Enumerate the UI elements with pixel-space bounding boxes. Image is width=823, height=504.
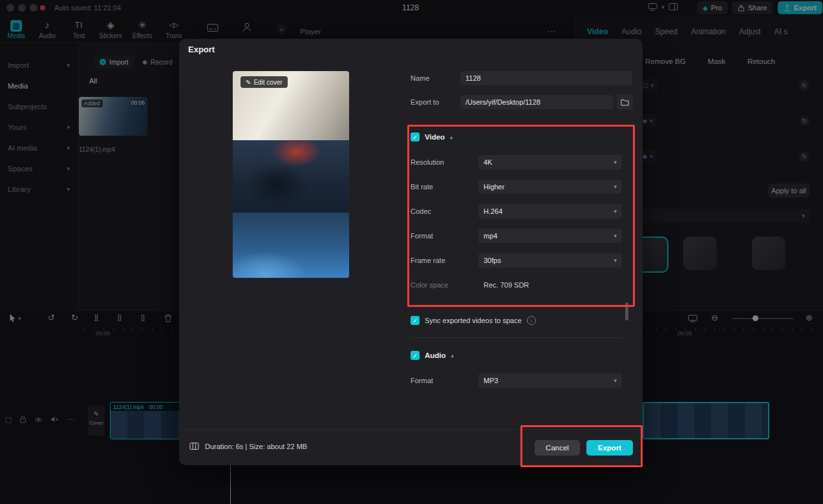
sync-checkbox[interactable]: ✓ (411, 316, 420, 325)
video-editor-app: Auto saved: 11:21:04 1128 ▾ ◆ Pro Share … (0, 0, 823, 504)
section-divider (411, 337, 622, 338)
dialog-title: Export (188, 45, 215, 54)
export-summary: Duration: 6s | Size: about 22 MB (189, 442, 307, 450)
export-path-input[interactable]: /Users/yif/Desktop/1128 (460, 95, 613, 109)
audio-format-label: Format (411, 377, 433, 384)
annotation-box-video-settings (407, 125, 635, 307)
browse-folder-button[interactable] (617, 94, 633, 110)
edit-cover-label: Edit cover (253, 79, 282, 86)
export-to-label: Export to (411, 98, 439, 106)
pencil-icon: ✎ (246, 79, 251, 86)
audio-section-label: Audio (425, 352, 446, 359)
check-icon: ✓ (412, 352, 418, 359)
caret-down-icon: ▾ (614, 377, 617, 384)
audio-checkbox[interactable]: ✓ (411, 351, 420, 360)
sync-row: ✓ Sync exported videos to space i (411, 316, 536, 325)
collapse-caret-icon[interactable]: ▴ (451, 352, 454, 359)
sync-label: Sync exported videos to space (425, 317, 522, 324)
check-icon: ✓ (412, 317, 418, 324)
folder-icon (621, 99, 629, 106)
export-preview: ✎ Edit cover (233, 71, 349, 278)
preview-frame-2 (233, 140, 349, 213)
name-input[interactable]: 1128 (460, 71, 632, 85)
duration-size-text: Duration: 6s | Size: about 22 MB (205, 443, 307, 450)
audio-format-select[interactable]: MP3▾ (478, 373, 622, 388)
preview-frame-3 (233, 213, 349, 278)
name-label: Name (411, 74, 429, 82)
info-icon[interactable]: i (527, 316, 536, 325)
annotation-box-export-buttons (520, 425, 643, 467)
edit-cover-button[interactable]: ✎ Edit cover (240, 76, 288, 88)
film-icon (189, 442, 199, 450)
audio-section-header: ✓ Audio ▴ (411, 351, 454, 360)
